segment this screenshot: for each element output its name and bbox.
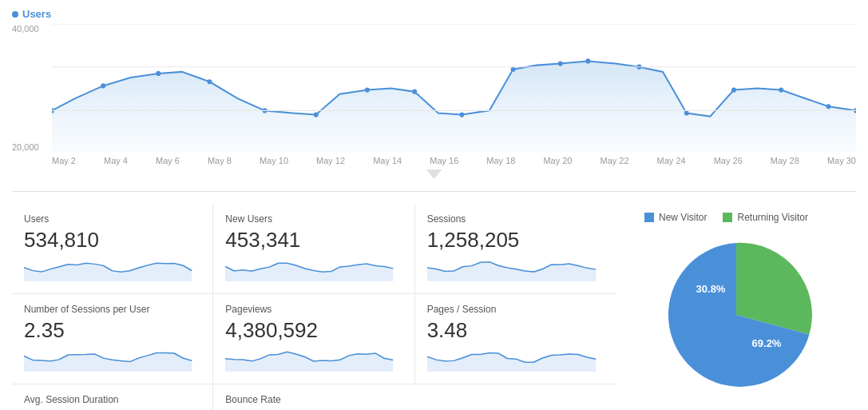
metric-label-6: Avg. Session Duration	[24, 394, 200, 405]
svg-point-13	[684, 110, 689, 115]
returning-visitor-label: Returning Visitor	[737, 212, 808, 223]
metric-card-5: Pages / Session3.48	[415, 294, 616, 384]
chart-title-dot	[12, 11, 18, 18]
metrics-row-1: Users534,810New Users453,341Sessions1,25…	[12, 204, 616, 294]
metric-label-1: New Users	[225, 213, 402, 225]
sparkline-1	[225, 257, 402, 284]
metrics-row-2: Number of Sessions per User2.35Pageviews…	[12, 294, 616, 384]
metric-card-2: Sessions1,258,205	[415, 204, 616, 293]
metric-label-0: Users	[24, 213, 200, 225]
metric-value-0: 534,810	[24, 228, 200, 253]
new-visitor-label: New Visitor	[659, 212, 707, 223]
metric-value-4: 4,380,592	[225, 318, 402, 343]
svg-point-1	[101, 83, 105, 88]
returning-pct-label: 30.8%	[696, 283, 726, 295]
x-label-may-14: May 14	[373, 156, 402, 165]
legend-new-visitor: New Visitor	[644, 212, 707, 223]
x-label-may-26: May 26	[714, 156, 743, 165]
svg-point-7	[412, 90, 417, 94]
svg-point-2	[156, 71, 161, 76]
y-label-20k: 20,000	[12, 142, 39, 152]
metrics-section: Users534,810New Users453,341Sessions1,25…	[12, 204, 856, 410]
x-labels: May 2May 4May 6May 8May 10May 12May 14Ma…	[12, 152, 856, 165]
metric-label-3: Number of Sessions per User	[24, 304, 200, 315]
chart-title-text: Users	[22, 8, 51, 20]
svg-point-6	[365, 87, 370, 92]
svg-point-16	[826, 104, 830, 109]
chart-area: 40,000 20,000	[12, 24, 856, 152]
scroll-indicator	[12, 169, 856, 179]
chart-title: Users	[12, 8, 856, 20]
x-label-may-16: May 16	[430, 156, 458, 165]
metric-card-1: New Users453,341	[213, 204, 414, 293]
metric-value-5: 3.48	[427, 318, 604, 343]
svg-point-14	[731, 87, 736, 92]
x-label-may-28: May 28	[771, 156, 799, 165]
x-label-may-20: May 20	[543, 156, 572, 165]
x-label-may-8: May 8	[208, 156, 232, 165]
metric-card-empty	[415, 384, 616, 410]
metric-card-7: Bounce Rate41.61%	[213, 384, 414, 410]
metrics-row-3: Avg. Session Duration00:04:35Bounce Rate…	[12, 384, 616, 410]
x-label-may-30: May 30	[827, 156, 856, 165]
dashboard: Users 40,000 20,000	[0, 0, 868, 410]
metric-label-5: Pages / Session	[427, 304, 604, 315]
svg-point-10	[558, 61, 563, 66]
x-label-may-24: May 24	[657, 156, 686, 165]
metrics-grid: Users534,810New Users453,341Sessions1,25…	[12, 204, 616, 410]
x-label-may-12: May 12	[316, 156, 345, 165]
metric-label-2: Sessions	[427, 213, 604, 225]
sparkline-3	[24, 348, 200, 374]
svg-point-8	[459, 112, 464, 117]
pie-legend: New Visitor Returning Visitor	[644, 212, 808, 223]
pie-section: New Visitor Returning Visitor	[616, 204, 856, 410]
metric-value-1: 453,341	[225, 228, 402, 253]
metric-card-4: Pageviews4,380,592	[213, 294, 414, 384]
svg-point-15	[779, 87, 783, 92]
y-label-40k: 40,000	[12, 24, 39, 34]
sparkline-2	[427, 257, 604, 284]
legend-dot-green	[723, 213, 732, 222]
x-label-may-18: May 18	[486, 156, 515, 165]
sparkline-0	[24, 257, 200, 284]
metric-label-7: Bounce Rate	[225, 394, 402, 405]
sparkline-5	[427, 348, 604, 374]
metric-value-2: 1,258,205	[427, 228, 604, 253]
chart-section: Users 40,000 20,000	[12, 8, 856, 192]
x-label-may-10: May 10	[260, 156, 288, 165]
metric-label-4: Pageviews	[225, 304, 402, 315]
pie-chart: 30.8% 69.2%	[656, 235, 816, 397]
svg-point-9	[511, 67, 516, 72]
metric-value-3: 2.35	[24, 318, 200, 343]
svg-point-11	[585, 58, 590, 63]
scroll-down-icon[interactable]	[426, 169, 442, 179]
chart-y-labels: 40,000 20,000	[12, 24, 39, 152]
x-label-may-22: May 22	[600, 156, 629, 165]
legend-returning-visitor: Returning Visitor	[723, 212, 808, 223]
metric-card-6: Avg. Session Duration00:04:35	[12, 384, 213, 410]
metric-card-3: Number of Sessions per User2.35	[12, 294, 213, 384]
x-label-may-2: May 2	[52, 156, 76, 165]
sparkline-4	[225, 348, 402, 374]
svg-point-3	[207, 79, 212, 84]
x-label-may-4: May 4	[104, 156, 128, 165]
svg-point-5	[314, 112, 319, 117]
new-pct-label: 69.2%	[752, 337, 782, 349]
legend-dot-blue	[644, 213, 654, 222]
chart-svg	[52, 24, 856, 152]
x-label-may-6: May 6	[156, 156, 180, 165]
metric-card-0: Users534,810	[12, 204, 213, 293]
